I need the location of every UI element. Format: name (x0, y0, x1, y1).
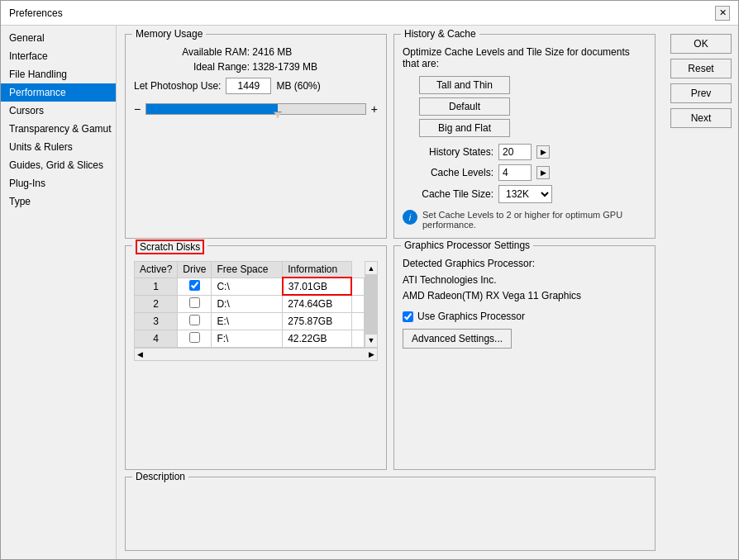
row-4-drive: F:\ (212, 330, 283, 347)
gpu-name: ATI Technologies Inc. AMD Radeon(TM) RX … (403, 273, 646, 304)
scratch-disks-section: Scratch Disks Active? Drive (125, 245, 387, 470)
row-2-active[interactable] (178, 295, 212, 312)
slider-thumb (274, 112, 282, 118)
row-1-drive: C:\ (212, 278, 283, 295)
main-content: Memory Usage Available RAM: 2416 MB Idea… (117, 26, 664, 559)
let-photoshop-input[interactable] (226, 78, 271, 94)
history-states-input[interactable] (498, 144, 532, 160)
sidebar-item-performance[interactable]: Performance (1, 83, 116, 102)
slider-plus-icon[interactable]: + (371, 102, 378, 116)
row-4-info (351, 330, 364, 347)
use-gpu-checkbox[interactable] (403, 311, 413, 322)
scratch-disks-title: Scratch Disks (132, 240, 207, 259)
row-1-info (351, 278, 364, 295)
gpu-model: AMD Radeon(TM) RX Vega 11 Graphics (403, 288, 646, 304)
ok-button[interactable]: OK (670, 34, 732, 54)
memory-slider[interactable] (145, 103, 366, 115)
scroll-thumb (365, 275, 377, 334)
dialog-title: Preferences (9, 7, 63, 19)
scroll-up-arrow[interactable]: ▲ (365, 262, 377, 275)
row-2-info (351, 295, 364, 312)
memory-slider-container: − + (134, 102, 378, 116)
history-rows: History States: ▶ Cache Levels: ▶ Cache … (403, 144, 646, 203)
reset-button[interactable]: Reset (670, 59, 732, 78)
table-row: 2 D:\ 274.64GB (135, 295, 365, 312)
graphics-processor-section: Graphics Processor Settings Detected Gra… (393, 245, 656, 470)
row-3-drive: E:\ (212, 312, 283, 330)
cache-levels-arrow[interactable]: ▶ (536, 166, 550, 179)
gpu-manufacturer: ATI Technologies Inc. (403, 273, 646, 288)
cache-button-group: Tall and Thin Default Big and Flat (403, 76, 646, 137)
scroll-left-arrow[interactable]: ◀ (135, 350, 145, 358)
history-cache-section: History & Cache Optimize Cache Levels an… (393, 34, 656, 239)
sidebar-item-cursors[interactable]: Cursors (1, 102, 116, 120)
percent-label: MB (60%) (276, 80, 320, 92)
row-4-num: 4 (135, 330, 178, 347)
history-states-arrow[interactable]: ▶ (536, 145, 550, 159)
available-ram-label: Available RAM: (134, 46, 250, 58)
info-icon: i (403, 210, 417, 225)
scroll-right-arrow[interactable]: ▶ (366, 350, 377, 358)
bottom-row: Scratch Disks Active? Drive (125, 245, 656, 470)
description-content (134, 484, 646, 542)
cache-levels-input[interactable] (498, 164, 532, 181)
memory-usage-section: Memory Usage Available RAM: 2416 MB Idea… (125, 34, 387, 239)
col-header-info: Information (283, 262, 351, 278)
scratch-table-container: Active? Drive Free Space Information (134, 261, 365, 348)
next-button[interactable]: Next (670, 108, 732, 128)
ideal-range-row: Ideal Range: 1328-1739 MB (134, 61, 378, 73)
ideal-range-value: 1328-1739 MB (252, 61, 317, 73)
description-title: Description (132, 471, 188, 482)
tall-thin-button[interactable]: Tall and Thin (419, 76, 510, 94)
memory-usage-title: Memory Usage (132, 28, 206, 40)
row-3-info (351, 312, 364, 330)
graphics-processor-title: Graphics Processor Settings (401, 240, 533, 251)
horizontal-scrollbar[interactable]: ◀ ▶ (134, 348, 378, 361)
table-row: 1 C:\ 37.01GB (135, 278, 365, 295)
gpu-content: Detected Graphics Processor: ATI Technol… (403, 258, 646, 349)
row-3-active[interactable] (178, 312, 212, 330)
cache-tile-select[interactable]: 128K 132K 256K 512K 1024K (498, 185, 552, 203)
col-header-active: Active? (135, 262, 178, 278)
top-row: Memory Usage Available RAM: 2416 MB Idea… (125, 34, 656, 239)
scratch-table-wrapper-outer: Active? Drive Free Space Information (134, 261, 378, 361)
row-2-free-space: 274.64GB (283, 295, 351, 312)
slider-minus-icon[interactable]: − (134, 102, 141, 116)
row-4-active[interactable] (178, 330, 212, 347)
big-flat-button[interactable]: Big and Flat (419, 119, 510, 137)
let-photoshop-label: Let Photoshop Use: (134, 80, 221, 92)
row-2-drive: D:\ (212, 295, 283, 312)
cache-levels-label: Cache Levels: (403, 167, 493, 178)
sidebar-item-interface[interactable]: Interface (1, 47, 116, 65)
row-2-num: 2 (135, 295, 178, 312)
history-states-row: History States: ▶ (403, 144, 646, 160)
cache-tile-row: Cache Tile Size: 128K 132K 256K 512K 102… (403, 185, 646, 203)
dialog-body: General Interface File Handling Performa… (1, 26, 738, 559)
sidebar-item-units-rulers[interactable]: Units & Rulers (1, 138, 116, 156)
history-cache-title: History & Cache (401, 28, 479, 40)
row-1-num: 1 (135, 278, 178, 295)
sidebar-item-type[interactable]: Type (1, 192, 116, 211)
sidebar-item-file-handling[interactable]: File Handling (1, 65, 116, 83)
cache-tile-label: Cache Tile Size: (403, 188, 493, 200)
row-1-active[interactable] (178, 278, 212, 295)
use-gpu-row: Use Graphics Processor (403, 311, 646, 322)
col-header-drive: Drive (178, 262, 212, 278)
scratch-scrollbar[interactable]: ▲ ▼ (365, 261, 378, 348)
sidebar-item-transparency-gamut[interactable]: Transparency & Gamut (1, 120, 116, 138)
scratch-table-with-scroll: Active? Drive Free Space Information (134, 261, 378, 348)
description-section: Description (125, 477, 656, 551)
sidebar-item-general[interactable]: General (1, 29, 116, 47)
sidebar-item-guides-grid-slices[interactable]: Guides, Grid & Slices (1, 156, 116, 174)
table-row: 4 F:\ 42.22GB (135, 330, 365, 347)
cache-info-row: i Set Cache Levels to 2 or higher for op… (403, 210, 646, 230)
close-button[interactable]: ✕ (715, 6, 730, 21)
advanced-settings-button[interactable]: Advanced Settings... (403, 329, 512, 349)
cache-info-text: Set Cache Levels to 2 or higher for opti… (422, 210, 646, 230)
scroll-down-arrow[interactable]: ▼ (365, 334, 377, 347)
detected-gpu-label: Detected Graphics Processor: (403, 258, 646, 269)
default-button[interactable]: Default (419, 97, 510, 116)
prev-button[interactable]: Prev (670, 83, 732, 103)
right-buttons: OK Reset Prev Next (664, 26, 738, 559)
sidebar-item-plug-ins[interactable]: Plug-Ins (1, 174, 116, 192)
